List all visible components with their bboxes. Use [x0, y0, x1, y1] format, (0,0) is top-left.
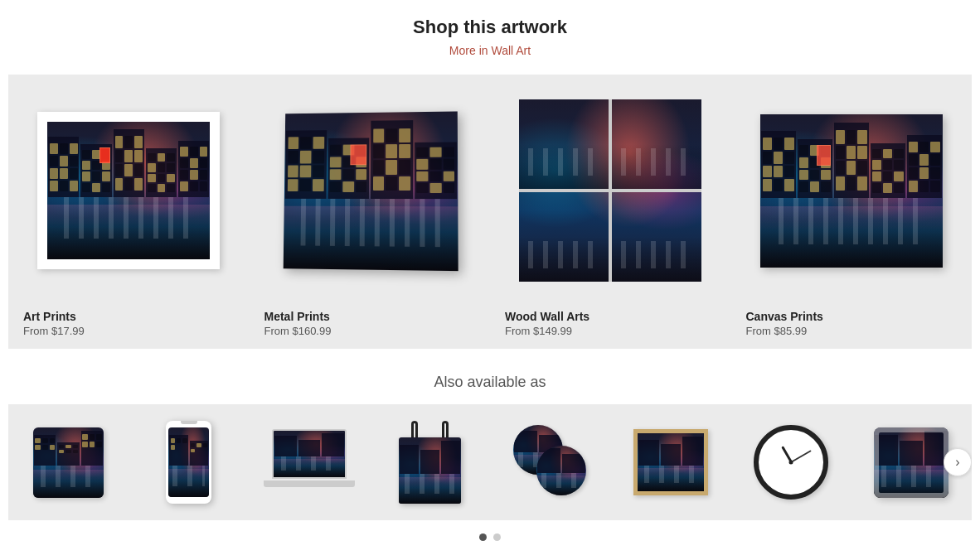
product-card-metal-prints[interactable]: Metal Prints From $160.99: [250, 75, 491, 349]
product-price-canvas-prints: From $85.99: [746, 325, 958, 337]
reflections-metal: [283, 206, 458, 271]
product-price-wood-wall-arts: From $149.99: [505, 325, 716, 337]
product-info-wood-wall-arts: Wood Wall Arts From $149.99: [498, 307, 723, 340]
product-name-wood-wall-arts: Wood Wall Arts: [505, 310, 716, 323]
product-card-wood-wall-arts[interactable]: Wood Wall Arts From $149.99: [490, 75, 731, 349]
product-info-canvas-prints: Canvas Prints From $85.99: [740, 307, 964, 340]
product-image-canvas-prints: [740, 83, 964, 298]
product-name-art-prints: Art Prints: [23, 310, 235, 323]
product-price-art-prints: From $17.99: [23, 325, 235, 337]
mini-laptop-skin: [264, 429, 355, 495]
mini-throw-pillow: [874, 427, 948, 498]
product-image-metal-prints: [258, 83, 483, 298]
also-card-tote-bag[interactable]: [370, 404, 490, 520]
art-print-frame: [37, 112, 220, 269]
product-image-wood-wall-arts: [498, 83, 723, 298]
clock-center: [789, 461, 793, 465]
page-title: Shop this artwork: [8, 17, 972, 38]
more-link-container: More in Wall Art: [8, 43, 972, 58]
metal-print-block: [283, 111, 458, 271]
product-info-art-prints: Art Prints From $17.99: [17, 307, 241, 340]
city-image-art-prints: [47, 122, 210, 259]
buildings-art-prints: [47, 122, 210, 197]
main-products-grid: Art Prints From $17.99: [8, 75, 972, 349]
pillow-border: [874, 427, 948, 498]
wood-panel-1: [519, 99, 609, 189]
page-container: Shop this artwork More in Wall Art: [0, 0, 980, 560]
mini-coasters: [513, 425, 588, 500]
product-card-art-prints[interactable]: Art Prints From $17.99: [8, 75, 250, 349]
canvas-print-block: [760, 114, 943, 268]
also-card-square-print[interactable]: [8, 404, 129, 520]
product-price-metal-prints: From $160.99: [264, 325, 476, 337]
clock-minute-hand: [791, 450, 812, 463]
city-image-canvas: [760, 114, 943, 268]
also-card-laptop-skin[interactable]: [250, 404, 370, 520]
mini-framed-print: [633, 429, 708, 495]
reflections-canvas: [760, 206, 943, 268]
also-available-grid: [8, 404, 972, 520]
also-card-wall-clock[interactable]: [731, 404, 851, 520]
buildings-canvas: [760, 114, 943, 199]
wood-panel-4: [612, 192, 701, 282]
carousel-dots: [8, 533, 972, 541]
city-image-metal-prints: [283, 111, 458, 271]
also-card-framed-print[interactable]: [610, 404, 730, 520]
more-wall-art-link[interactable]: More in Wall Art: [449, 44, 531, 57]
mini-wall-clock: [754, 425, 828, 500]
coaster-2: [536, 446, 586, 495]
wood-panel-2: [612, 99, 701, 189]
carousel-dot-1[interactable]: [479, 533, 487, 541]
buildings-metal-prints: [284, 111, 458, 198]
product-card-canvas-prints[interactable]: Canvas Prints From $85.99: [731, 75, 973, 349]
also-card-coasters[interactable]: [490, 404, 610, 520]
product-info-metal-prints: Metal Prints From $160.99: [258, 307, 483, 340]
mini-square-print: [33, 427, 104, 498]
carousel-dot-2[interactable]: [493, 533, 501, 541]
also-available-title: Also available as: [8, 374, 972, 391]
wood-panel-3: [519, 192, 609, 282]
also-card-phone-case[interactable]: [129, 404, 249, 520]
wood-wall-grid: [519, 99, 701, 282]
mini-phone-case: [166, 421, 211, 504]
next-arrow-button[interactable]: ›: [944, 448, 972, 476]
product-image-art-prints: [17, 83, 241, 298]
product-name-canvas-prints: Canvas Prints: [746, 310, 958, 323]
mini-tote-bag: [399, 421, 461, 504]
product-name-metal-prints: Metal Prints: [264, 310, 476, 323]
also-available-wrapper: ›: [8, 404, 972, 520]
reflections: [47, 205, 210, 259]
tote-body: [399, 437, 461, 504]
